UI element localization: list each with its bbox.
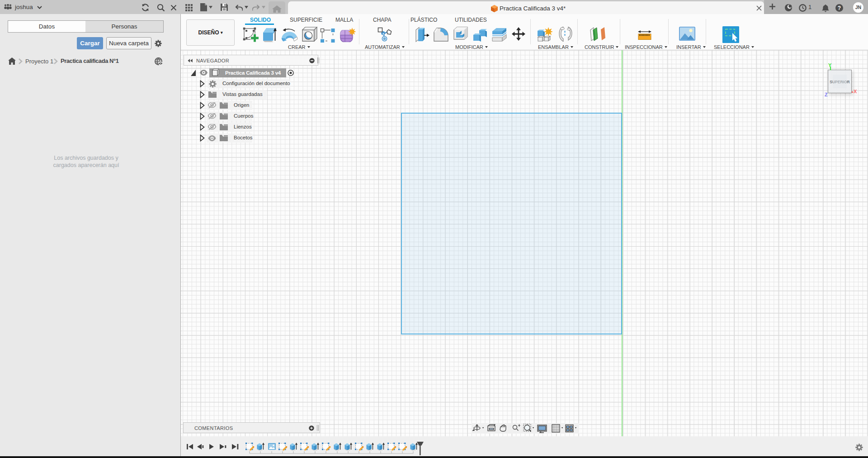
svg-text:?: ? [838,5,841,11]
